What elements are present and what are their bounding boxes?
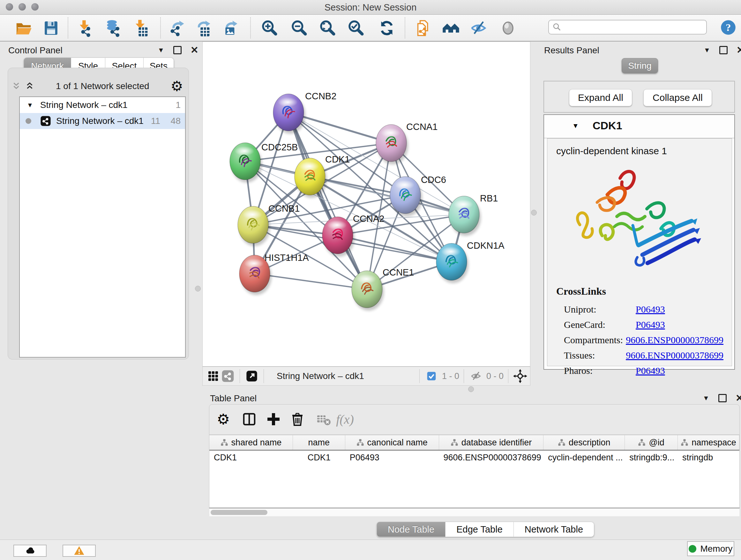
delete-table-button[interactable] (315, 410, 333, 428)
warnings-button[interactable] (63, 545, 96, 557)
panel-close-icon[interactable]: ✕ (191, 47, 199, 53)
home-button[interactable] (441, 18, 461, 38)
network-node[interactable] (238, 206, 270, 246)
refresh-view-button[interactable] (377, 18, 397, 38)
panel-float-icon[interactable] (173, 46, 182, 54)
tab-network-table[interactable]: Network Table (514, 522, 594, 537)
cloud-status-button[interactable] (13, 545, 47, 557)
function-builder-button[interactable]: f(x) (336, 410, 354, 428)
column-header--id[interactable]: @id (625, 435, 678, 450)
network-node[interactable] (449, 196, 481, 236)
memory-button[interactable]: Memory (687, 541, 734, 556)
column-header-description[interactable]: description (543, 435, 625, 450)
crosslink-link[interactable]: P06493 (636, 365, 665, 376)
svg-text:?: ? (726, 22, 731, 33)
crosslink-link[interactable]: P06493 (636, 319, 665, 330)
import-table-button[interactable] (130, 18, 150, 38)
export-image-button[interactable] (221, 18, 242, 38)
tree-expander-icon[interactable]: ▼ (27, 102, 33, 109)
export-network-button[interactable] (168, 18, 188, 38)
fit-selected-crosshair-button[interactable] (513, 369, 528, 383)
zoom-fit-button[interactable] (317, 18, 338, 38)
table-cell[interactable]: stringdb (678, 450, 739, 464)
grid-view-button[interactable] (206, 369, 220, 383)
table-settings-gear-button[interactable]: ⚙ (215, 410, 232, 428)
expand-all-button[interactable]: Expand All (569, 89, 632, 106)
scrollbar-thumb[interactable] (211, 510, 267, 515)
panel-float-icon[interactable] (719, 46, 728, 54)
save-session-button[interactable] (41, 18, 61, 38)
zoom-in-button[interactable] (259, 18, 280, 38)
panel-menu-icon[interactable]: ▼ (703, 394, 710, 402)
protein-card-header[interactable]: ▼ CDK1 (544, 115, 734, 138)
help-button[interactable]: ? (720, 19, 737, 36)
network-node[interactable] (273, 94, 306, 134)
crosslink-link[interactable]: 9606.ENSP00000378699 (626, 334, 724, 345)
crosslink-link[interactable]: P06493 (636, 304, 665, 314)
crosslink-row: Pharos:P06493 (564, 365, 724, 376)
crosslinks-heading: CrossLinks (556, 286, 606, 297)
column-header-canonical-name[interactable]: canonical name (345, 435, 439, 450)
panel-menu-icon[interactable]: ▼ (158, 46, 164, 54)
detach-view-button[interactable] (245, 369, 259, 383)
table-cell[interactable]: 9606.ENSP00000378699 (439, 450, 544, 464)
save-session-icon (42, 19, 60, 37)
network-node[interactable] (376, 125, 408, 165)
network-node[interactable] (436, 243, 468, 283)
table-cell[interactable]: CDK1 (209, 450, 293, 464)
add-column-button[interactable] (265, 410, 282, 428)
zoom-out-button[interactable] (289, 18, 309, 38)
panel-float-icon[interactable] (718, 394, 727, 402)
delete-column-button[interactable] (288, 410, 307, 428)
clone-document-button[interactable] (413, 18, 434, 38)
network-node[interactable] (294, 158, 327, 198)
splitter-handle[interactable] (468, 386, 474, 392)
selected-checkbox-icon[interactable] (424, 369, 439, 383)
network-canvas[interactable]: CCNB2CCNA1CDC25BCDK1CDC6RB1CCNB1CCNA2CDK… (202, 42, 530, 367)
import-database-button[interactable] (103, 18, 123, 38)
delete-table-icon (316, 412, 331, 427)
eye-button[interactable] (498, 18, 518, 38)
split-columns-button[interactable] (240, 410, 258, 428)
splitter-handle[interactable] (531, 210, 537, 215)
open-file-button[interactable] (13, 18, 34, 38)
table-cell[interactable]: P06493 (345, 450, 439, 464)
network-options-gear-icon[interactable]: ⚙ (171, 79, 183, 93)
table-horizontal-scrollbar[interactable] (209, 508, 739, 516)
column-header-namespace[interactable]: namespace (678, 435, 739, 450)
table-panel-title: Table Panel (210, 393, 257, 403)
column-header-shared-name[interactable]: shared name (209, 435, 293, 450)
network-collection-row[interactable]: ▼ String Network – cdk1 1 (20, 97, 185, 113)
search-input[interactable] (564, 22, 706, 33)
network-row[interactable]: String Network – cdk1 11 48 (20, 113, 185, 129)
export-table-button[interactable] (194, 18, 214, 38)
crosslink-link[interactable]: 9606.ENSP00000378699 (626, 350, 724, 361)
import-network-button[interactable] (74, 18, 94, 38)
network-edge[interactable] (338, 235, 452, 262)
network-node[interactable] (322, 217, 354, 257)
splitter-handle[interactable] (195, 286, 201, 292)
tab-node-table[interactable]: Node Table (377, 522, 446, 537)
network-overview-button[interactable] (220, 369, 235, 383)
panel-close-icon[interactable]: ✕ (736, 395, 741, 401)
collapse-section-icon[interactable]: ▼ (572, 122, 579, 130)
function-builder-icon: f(x) (336, 412, 354, 427)
tab-edge-table[interactable]: Edge Table (446, 522, 514, 537)
zoom-selected-button[interactable] (346, 18, 366, 38)
column-header-database-identifier[interactable]: database identifier (439, 435, 544, 450)
collapse-all-button[interactable]: Collapse All (643, 89, 712, 106)
panel-close-icon[interactable]: ✕ (737, 47, 741, 53)
eye-slash-button[interactable] (468, 18, 488, 38)
panel-menu-icon[interactable]: ▼ (704, 46, 711, 54)
table-cell[interactable]: CDK1 (293, 450, 345, 464)
collapse-all-icon[interactable] (11, 81, 21, 91)
tab-string[interactable]: String (622, 58, 658, 73)
table-cell[interactable]: stringdb:9... (625, 450, 678, 464)
column-header-name[interactable]: name (293, 435, 345, 450)
expand-all-icon[interactable] (25, 81, 35, 91)
network-node[interactable] (352, 271, 384, 311)
table-row[interactable]: CDK1CDK1P064939606.ENSP00000378699cyclin… (209, 450, 739, 464)
divider (464, 369, 464, 383)
table-cell[interactable]: cyclin-dependent ... (543, 450, 625, 464)
network-selection-status: 1 of 1 Network selected (35, 81, 171, 91)
